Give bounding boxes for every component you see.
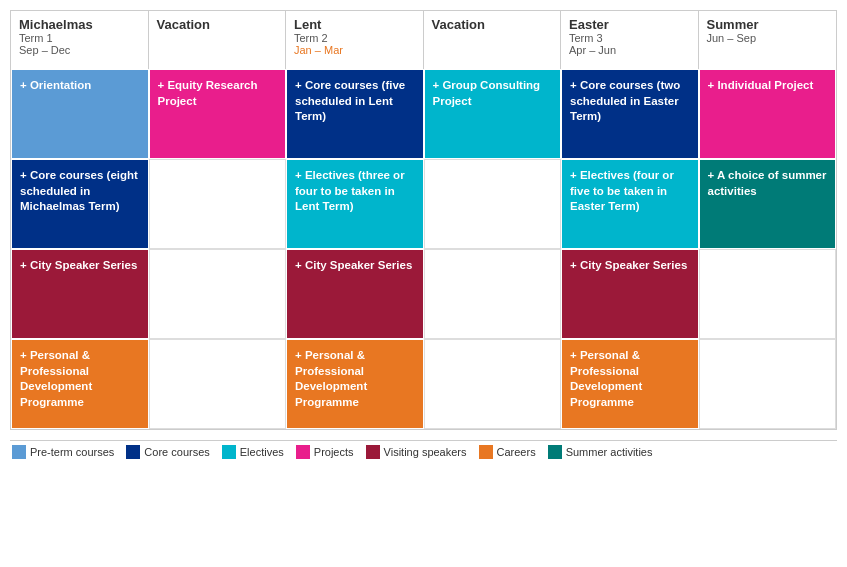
cell-text: + Core courses (five scheduled in Lent T… — [295, 78, 415, 125]
col-sub: Term 3 — [569, 32, 690, 44]
col-dates: Jun – Sep — [707, 32, 829, 44]
cell-text: + Orientation — [20, 78, 91, 94]
cell-r3-c4: + Personal & Professional Development Pr… — [561, 339, 699, 429]
cell-r1-c5: + A choice of summer activities — [699, 159, 837, 249]
cell-r0-c3: + Group Consulting Project — [424, 69, 562, 159]
header-lent: LentTerm 2Jan – Mar — [286, 11, 424, 69]
legend-item: Electives — [222, 445, 284, 459]
cell-r1-c0: + Core courses (eight scheduled in Micha… — [11, 159, 149, 249]
cell-r2-c5 — [699, 249, 837, 339]
cell-text: + City Speaker Series — [20, 258, 137, 274]
cell-r3-c2: + Personal & Professional Development Pr… — [286, 339, 424, 429]
legend-item: Visiting speakers — [366, 445, 467, 459]
cell-text: + Personal & Professional Development Pr… — [570, 348, 690, 410]
header-row: MichaelmasTerm 1Sep – DecVacationLentTer… — [10, 10, 837, 69]
legend-color-box — [222, 445, 236, 459]
cell-r1-c2: + Electives (three or four to be taken i… — [286, 159, 424, 249]
header-summer: SummerJun – Sep — [699, 11, 837, 69]
cell-text: + Electives (three or four to be taken i… — [295, 168, 415, 215]
header-vacation1: Vacation — [149, 11, 287, 69]
cell-text: + City Speaker Series — [295, 258, 412, 274]
cell-r1-c1 — [149, 159, 287, 249]
cell-text: + Electives (four or five to be taken in… — [570, 168, 690, 215]
header-vacation2: Vacation — [424, 11, 562, 69]
col-dates: Sep – Dec — [19, 44, 140, 56]
legend-item: Pre-term courses — [12, 445, 114, 459]
cell-r1-c3 — [424, 159, 562, 249]
legend-item: Careers — [479, 445, 536, 459]
cell-r0-c2: + Core courses (five scheduled in Lent T… — [286, 69, 424, 159]
col-dates: Apr – Jun — [569, 44, 690, 56]
cell-r0-c1: + Equity Research Project — [149, 69, 287, 159]
cell-text: + Personal & Professional Development Pr… — [295, 348, 415, 410]
legend-color-box — [296, 445, 310, 459]
legend-color-box — [479, 445, 493, 459]
col-title: Vacation — [157, 17, 278, 32]
header-easter: EasterTerm 3Apr – Jun — [561, 11, 699, 69]
cell-r2-c4: + City Speaker Series — [561, 249, 699, 339]
cell-text: + A choice of summer activities — [708, 168, 828, 199]
legend-label: Pre-term courses — [30, 446, 114, 458]
legend-item: Projects — [296, 445, 354, 459]
col-sub: Term 1 — [19, 32, 140, 44]
cell-r3-c5 — [699, 339, 837, 429]
cell-text: + Group Consulting Project — [433, 78, 553, 109]
legend-label: Visiting speakers — [384, 446, 467, 458]
legend-label: Electives — [240, 446, 284, 458]
col-dates: Jan – Mar — [294, 44, 415, 56]
col-title: Michaelmas — [19, 17, 140, 32]
cell-r3-c1 — [149, 339, 287, 429]
cell-r0-c5: + Individual Project — [699, 69, 837, 159]
legend-color-box — [548, 445, 562, 459]
cell-text: + Core courses (two scheduled in Easter … — [570, 78, 690, 125]
cell-r2-c3 — [424, 249, 562, 339]
legend-label: Core courses — [144, 446, 209, 458]
cell-r0-c4: + Core courses (two scheduled in Easter … — [561, 69, 699, 159]
legend-label: Projects — [314, 446, 354, 458]
cell-r2-c2: + City Speaker Series — [286, 249, 424, 339]
col-title: Easter — [569, 17, 690, 32]
legend-item: Core courses — [126, 445, 209, 459]
legend-color-box — [366, 445, 380, 459]
cell-text: + Personal & Professional Development Pr… — [20, 348, 140, 410]
legend: Pre-term coursesCore coursesElectivesPro… — [10, 440, 837, 463]
cell-r3-c0: + Personal & Professional Development Pr… — [11, 339, 149, 429]
legend-label: Summer activities — [566, 446, 653, 458]
legend-label: Careers — [497, 446, 536, 458]
cell-r0-c0: + Orientation — [11, 69, 149, 159]
cell-r3-c3 — [424, 339, 562, 429]
cell-text: + City Speaker Series — [570, 258, 687, 274]
col-title: Lent — [294, 17, 415, 32]
cell-text: + Individual Project — [708, 78, 814, 94]
cell-r2-c1 — [149, 249, 287, 339]
cell-text: + Equity Research Project — [158, 78, 278, 109]
cell-r1-c4: + Electives (four or five to be taken in… — [561, 159, 699, 249]
legend-color-box — [12, 445, 26, 459]
legend-color-box — [126, 445, 140, 459]
body-grid: + Orientation+ Equity Research Project+ … — [10, 69, 837, 430]
col-title: Vacation — [432, 17, 553, 32]
legend-item: Summer activities — [548, 445, 653, 459]
schedule-table: MichaelmasTerm 1Sep – DecVacationLentTer… — [10, 10, 837, 430]
cell-r2-c0: + City Speaker Series — [11, 249, 149, 339]
col-title: Summer — [707, 17, 829, 32]
cell-text: + Core courses (eight scheduled in Micha… — [20, 168, 140, 215]
col-sub: Term 2 — [294, 32, 415, 44]
header-michaelmas: MichaelmasTerm 1Sep – Dec — [11, 11, 149, 69]
